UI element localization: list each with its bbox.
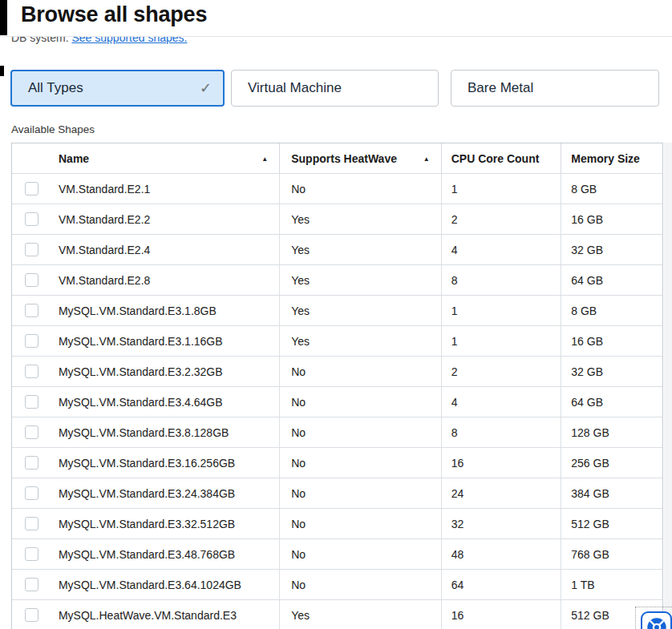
row-checkbox[interactable] (25, 212, 38, 226)
table-row: MySQL.VM.Standard.E3.4.64GB No 4 64 GB (12, 386, 662, 417)
table-row: VM.Standard.E2.2 Yes 2 16 GB (12, 204, 662, 234)
memory-size-cell: 8 GB (561, 296, 662, 325)
row-checkbox[interactable] (25, 395, 38, 409)
memory-size-cell: 32 GB (561, 357, 662, 386)
memory-size-cell: 768 GB (561, 539, 662, 569)
supports-heatwave-cell: Yes (279, 235, 441, 264)
cpu-core-count-cell: 4 (441, 235, 561, 264)
row-checkbox-cell (12, 539, 47, 569)
cpu-core-count-cell: 64 (441, 570, 561, 599)
row-checkbox[interactable] (25, 334, 38, 348)
supports-heatwave-cell: No (279, 448, 441, 478)
column-header-memory-size[interactable]: Memory Size (561, 143, 662, 173)
row-checkbox[interactable] (25, 547, 38, 561)
cpu-core-count-cell: 2 (441, 357, 561, 386)
memory-size-cell: 512 GB (561, 509, 662, 538)
db-system-clipped-line: DB system: See supported shapes. (11, 37, 412, 50)
row-checkbox[interactable] (25, 578, 38, 591)
cpu-core-count-cell: 8 (441, 417, 561, 447)
row-checkbox[interactable] (25, 365, 38, 378)
filter-virtual-machine-button[interactable]: Virtual Machine (231, 70, 439, 107)
table-row: MySQL.VM.Standard.E3.1.8GB Yes 1 8 GB (12, 295, 662, 325)
row-checkbox[interactable] (25, 273, 38, 287)
shape-type-filter-row: All Types ✓ Virtual Machine Bare Metal (0, 70, 672, 107)
shape-name-cell: MySQL.VM.Standard.E3.1.16GB (47, 326, 279, 356)
memory-size-cell: 1 TB (561, 570, 662, 599)
column-header-memory-label: Memory Size (571, 152, 640, 165)
row-checkbox-cell (12, 570, 47, 599)
shape-name-cell: MySQL.VM.Standard.E3.16.256GB (47, 448, 279, 478)
row-checkbox[interactable] (25, 304, 38, 317)
cpu-core-count-cell: 24 (441, 478, 561, 508)
cpu-core-count-cell: 1 (441, 174, 561, 204)
see-supported-shapes-link[interactable]: See supported shapes. (71, 37, 187, 44)
row-checkbox-cell (12, 265, 47, 295)
table-row: VM.Standard.E2.8 Yes 8 64 GB (12, 264, 662, 295)
memory-size-cell: 128 GB (561, 417, 662, 447)
shape-name-cell: VM.Standard.E2.2 (47, 204, 279, 234)
table-row: MySQL.HeatWave.VM.Standard.E3 Yes 16 512… (12, 599, 662, 629)
column-header-cpu-core-count[interactable]: CPU Core Count (441, 143, 561, 173)
row-checkbox-cell (12, 417, 47, 447)
row-checkbox[interactable] (25, 517, 38, 530)
row-checkbox-cell (12, 296, 47, 325)
supports-heatwave-cell: No (279, 417, 441, 447)
supports-heatwave-cell: No (279, 478, 441, 508)
supports-heatwave-cell: No (279, 570, 441, 599)
shape-name-cell: MySQL.VM.Standard.E3.48.768GB (47, 539, 279, 569)
row-checkbox[interactable] (25, 486, 38, 500)
column-header-heatwave-label: Supports HeatWave (291, 152, 397, 165)
scroll-gutter (664, 143, 672, 629)
shape-name-cell: MySQL.VM.Standard.E3.8.128GB (47, 417, 279, 447)
window-edge-bar (0, 0, 7, 35)
shape-name-cell: VM.Standard.E2.1 (47, 174, 279, 204)
column-header-supports-heatwave[interactable]: Supports HeatWave ▲ (279, 143, 440, 173)
column-header-name[interactable]: Name ▲ (12, 143, 279, 173)
shape-name-cell: MySQL.VM.Standard.E3.2.32GB (47, 357, 279, 386)
supports-heatwave-cell: Yes (279, 326, 441, 356)
filter-all-types-button[interactable]: All Types ✓ (10, 70, 225, 107)
row-checkbox[interactable] (25, 182, 38, 196)
column-header-cpu-label: CPU Core Count (451, 152, 540, 165)
shape-name-cell: VM.Standard.E2.4 (47, 235, 279, 264)
table-header-row: Name ▲ Supports HeatWave ▲ CPU Core Coun… (12, 143, 662, 173)
shape-name-cell: MySQL.VM.Standard.E3.64.1024GB (47, 570, 279, 599)
memory-size-cell: 16 GB (561, 326, 662, 356)
supports-heatwave-cell: No (279, 509, 441, 538)
supports-heatwave-cell: No (279, 357, 441, 386)
checkmark-icon: ✓ (200, 79, 212, 97)
shape-name-cell: MySQL.VM.Standard.E3.24.384GB (47, 478, 279, 508)
supports-heatwave-cell: No (279, 539, 441, 569)
table-row: MySQL.VM.Standard.E3.8.128GB No 8 128 GB (12, 417, 662, 447)
db-system-label: DB system: (11, 37, 71, 44)
shape-name-cell: MySQL.VM.Standard.E3.32.512GB (47, 509, 279, 538)
cpu-core-count-cell: 32 (441, 509, 561, 538)
shape-name-cell: MySQL.HeatWave.VM.Standard.E3 (47, 600, 279, 629)
row-checkbox-cell (12, 235, 47, 264)
row-checkbox[interactable] (25, 456, 38, 470)
page-title: Browse all shapes (21, 2, 207, 27)
available-shapes-label: Available Shapes (11, 123, 95, 135)
support-chat-button[interactable] (641, 611, 672, 629)
life-ring-icon (646, 616, 668, 629)
table-row: MySQL.VM.Standard.E3.1.16GB Yes 1 16 GB (12, 325, 662, 356)
filter-all-types-label: All Types (28, 80, 83, 95)
cpu-core-count-cell: 16 (441, 448, 561, 478)
row-checkbox-cell (12, 204, 47, 234)
sort-asc-icon: ▲ (261, 155, 268, 162)
memory-size-cell: 16 GB (561, 204, 662, 234)
row-checkbox-cell (12, 357, 47, 386)
cpu-core-count-cell: 48 (441, 539, 561, 569)
shape-name-cell: MySQL.VM.Standard.E3.1.8GB (47, 296, 279, 325)
column-header-name-label: Name (59, 152, 89, 165)
supports-heatwave-cell: Yes (279, 204, 441, 234)
row-checkbox[interactable] (25, 243, 38, 256)
filter-bare-metal-label: Bare Metal (468, 80, 533, 95)
row-checkbox[interactable] (25, 608, 38, 622)
memory-size-cell: 8 GB (561, 174, 662, 204)
shapes-table: Name ▲ Supports HeatWave ▲ CPU Core Coun… (11, 143, 663, 629)
row-checkbox[interactable] (25, 425, 38, 439)
memory-size-cell: 384 GB (561, 478, 662, 508)
filter-bare-metal-button[interactable]: Bare Metal (451, 70, 659, 107)
table-row: VM.Standard.E2.1 No 1 8 GB (12, 173, 662, 204)
